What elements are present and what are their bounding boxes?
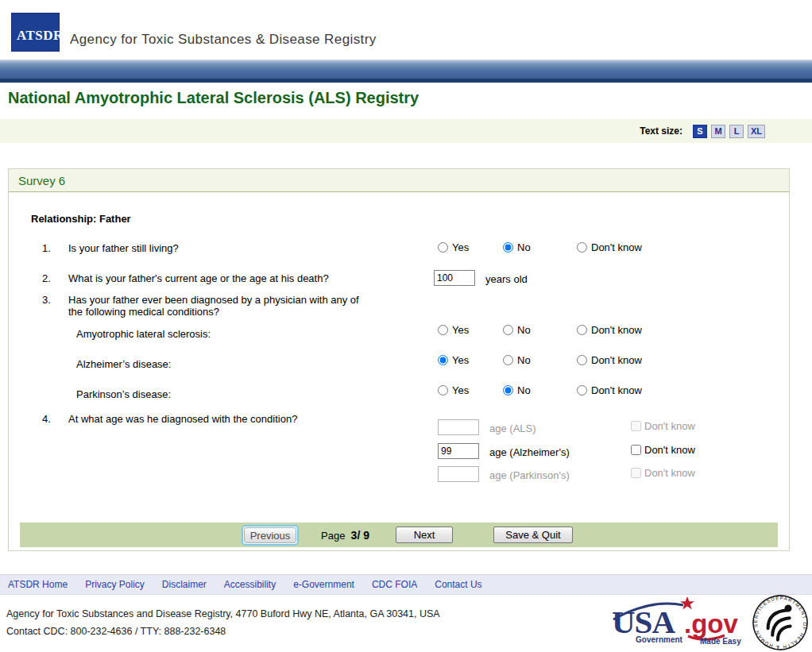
parkinsons-dontknow-label: Don't know: [591, 384, 642, 396]
footer-link-egovernment[interactable]: e-Government: [293, 579, 354, 590]
age-alzheimers-input[interactable]: [438, 443, 479, 459]
text-size-bar: Text size: S M L XL: [0, 119, 812, 143]
alzheimers-dontknow-label: Don't know: [591, 354, 642, 366]
alzheimers-age-dontknow-label: Don't know: [644, 444, 695, 456]
page-indicator: Page 3/ 9: [321, 529, 369, 542]
age-als-label: age (ALS): [489, 422, 536, 434]
als-age-dontknow-option[interactable]: Don't know: [631, 420, 695, 432]
agency-name: Agency for Toxic Substances & Disease Re…: [70, 32, 377, 48]
q1-yes-label: Yes: [452, 241, 469, 253]
parkinsons-dontknow-option[interactable]: Don't know: [577, 384, 642, 396]
als-yes-label: Yes: [452, 324, 469, 336]
alzheimers-yes-radio[interactable]: [438, 355, 448, 365]
condition-parkinsons-label: Parkinson’s disease:: [76, 388, 171, 400]
q1-dontknow-radio[interactable]: [577, 242, 587, 253]
footer-link-accessibility[interactable]: Accessibility: [224, 579, 276, 590]
condition-alzheimers-label: Alzheimer’s disease:: [76, 358, 171, 370]
parkinsons-no-label: No: [517, 384, 531, 396]
q1-yes-option[interactable]: Yes: [438, 241, 469, 253]
alzheimers-age-dontknow-option[interactable]: Don't know: [631, 444, 695, 456]
q1-no-radio[interactable]: [503, 242, 513, 253]
parkinsons-no-radio[interactable]: [503, 385, 513, 395]
previous-button-focus-ring: Previous: [242, 525, 299, 546]
age-als-input[interactable]: [438, 419, 479, 435]
footer-link-privacy-policy[interactable]: Privacy Policy: [85, 579, 145, 590]
parkinsons-age-dontknow-checkbox[interactable]: [631, 468, 641, 478]
save-and-quit-button[interactable]: Save & Quit: [493, 527, 573, 543]
previous-button[interactable]: Previous: [244, 527, 296, 543]
question-4-text: At what age was he diagnosed with the co…: [68, 413, 297, 425]
footer-contact-line: Contact CDC: 800-232-4636 / TTY: 888-232…: [6, 623, 440, 640]
page: ATSDR Agency for Toxic Substances & Dise…: [0, 0, 812, 652]
parkinsons-yes-radio[interactable]: [438, 385, 448, 395]
q1-yes-radio[interactable]: [438, 242, 448, 253]
footer-link-cdc-foia[interactable]: CDC FOIA: [372, 579, 417, 590]
parkinsons-no-option[interactable]: No: [503, 384, 531, 396]
footer-link-contact-us[interactable]: Contact Us: [435, 579, 481, 590]
atsdr-logo[interactable]: ATSDR: [11, 13, 60, 52]
alzheimers-yes-option[interactable]: Yes: [438, 354, 469, 366]
father-age-input[interactable]: [434, 270, 475, 286]
question-1-text: Is your father still living?: [68, 242, 179, 254]
relationship-label: Relationship: Father: [31, 213, 131, 225]
parkinsons-age-dontknow-label: Don't know: [644, 467, 695, 479]
question-3-text: Has your father ever been diagnosed by a…: [68, 294, 364, 318]
page-indicator-label: Page: [321, 530, 345, 542]
alzheimers-dontknow-radio[interactable]: [577, 355, 587, 365]
next-button[interactable]: Next: [396, 527, 453, 543]
als-yes-radio[interactable]: [438, 325, 448, 335]
parkinsons-dontknow-radio[interactable]: [577, 385, 587, 395]
atsdr-logo-text: ATSDR: [17, 28, 64, 44]
age-parkinsons-label: age (Parkinson's): [489, 469, 570, 481]
parkinsons-yes-label: Yes: [452, 384, 469, 396]
text-size-small-button[interactable]: S: [693, 125, 707, 138]
alzheimers-age-dontknow-checkbox[interactable]: [631, 445, 641, 455]
survey-panel: Survey 6 Relationship: Father 1. Is your…: [8, 168, 790, 551]
text-size-label: Text size:: [640, 125, 682, 137]
condition-als-label: Amyotrophic lateral sclerosis:: [76, 328, 211, 340]
usagov-star-icon: [680, 596, 694, 609]
footer-link-disclaimer[interactable]: Disclaimer: [162, 579, 207, 590]
footer-address-block: Agency for Toxic Substances and Disease …: [6, 605, 440, 640]
als-dontknow-option[interactable]: Don't know: [577, 324, 642, 336]
als-yes-option[interactable]: Yes: [438, 324, 469, 336]
text-size-medium-button[interactable]: M: [711, 125, 725, 138]
hhs-seal[interactable]: DEPARTMENT OF HEALTH & HUMAN SERVICES • …: [750, 592, 810, 652]
age-parkinsons-input[interactable]: [438, 466, 479, 482]
footer-address-line: Agency for Toxic Substances and Disease …: [6, 605, 440, 623]
als-no-radio[interactable]: [503, 325, 513, 335]
als-no-label: No: [517, 324, 531, 336]
text-size-large-button[interactable]: L: [729, 125, 744, 138]
q1-dontknow-option[interactable]: Don't know: [577, 241, 642, 253]
alzheimers-no-option[interactable]: No: [503, 354, 531, 366]
parkinsons-age-dontknow-option[interactable]: Don't know: [631, 467, 695, 479]
als-age-dontknow-checkbox[interactable]: [631, 421, 641, 431]
question-2-text: What is your father's current age or the…: [68, 272, 329, 284]
question-1-number: 1.: [42, 242, 51, 254]
als-age-dontknow-label: Don't know: [644, 420, 695, 432]
alzheimers-no-label: No: [517, 354, 531, 366]
parkinsons-yes-option[interactable]: Yes: [438, 384, 469, 396]
question-4-number: 4.: [42, 413, 51, 425]
years-old-label: years old: [485, 273, 528, 285]
usagov-logo[interactable]: USA .gov Government Made Easy: [610, 596, 748, 650]
age-alzheimers-label: age (Alzheimer's): [489, 446, 570, 458]
footer-link-atsdr-home[interactable]: ATSDR Home: [8, 579, 68, 590]
als-dontknow-radio[interactable]: [577, 325, 587, 335]
alzheimers-dontknow-option[interactable]: Don't know: [577, 354, 642, 366]
pagination-bar: Previous Page 3/ 9 Next Save & Quit: [20, 523, 778, 547]
page-indicator-value: 3/ 9: [351, 529, 369, 542]
alzheimers-no-radio[interactable]: [503, 355, 513, 365]
als-no-option[interactable]: No: [503, 324, 531, 336]
text-size-xlarge-button[interactable]: XL: [748, 125, 765, 138]
alzheimers-yes-label: Yes: [452, 354, 469, 366]
header-navigation-bar: [0, 60, 812, 83]
usagov-tagline-right: Made Easy: [700, 637, 741, 646]
usagov-tagline-left: Government: [636, 635, 683, 644]
q1-no-label: No: [517, 241, 531, 253]
question-2-number: 2.: [42, 272, 51, 284]
q1-no-option[interactable]: No: [503, 241, 531, 253]
usagov-gov-text: .gov: [684, 609, 738, 638]
question-3-number: 3.: [42, 294, 51, 306]
survey-title: Survey 6: [18, 174, 65, 187]
